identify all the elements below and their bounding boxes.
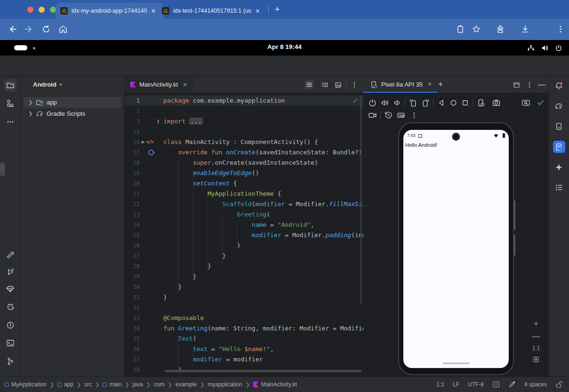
screen-search-icon[interactable] bbox=[521, 98, 530, 107]
run-gutter-icon[interactable]: ▶ bbox=[142, 137, 145, 147]
app-quality-insights-tool-button[interactable] bbox=[4, 283, 16, 295]
tree-item-gradle-scripts[interactable]: ❯ Gradle Scripts bbox=[24, 108, 121, 119]
volume-down-icon[interactable] bbox=[393, 98, 402, 107]
record-screen-icon[interactable] bbox=[368, 111, 377, 120]
emulator-phone-screen[interactable]: 7:43 Hello Android! bbox=[403, 130, 509, 368]
device-manager-tool-button[interactable] bbox=[553, 120, 565, 132]
gemini-tool-button[interactable] bbox=[553, 161, 565, 173]
inspection-ok-check-icon[interactable]: ✓ bbox=[353, 97, 358, 104]
volume-icon[interactable] bbox=[541, 44, 549, 52]
build-tool-button[interactable] bbox=[4, 249, 16, 261]
breadcrumb-item[interactable]: src bbox=[84, 381, 92, 388]
project-tool-button[interactable] bbox=[4, 79, 16, 91]
tab-close-icon[interactable]: ✕ bbox=[427, 81, 432, 88]
zoom-in-button[interactable]: + bbox=[531, 319, 541, 328]
snapshot-reset-icon[interactable] bbox=[384, 111, 393, 120]
breadcrumb[interactable]: MyApplication❯app❯src❯main❯java❯com❯exam… bbox=[5, 381, 297, 388]
breadcrumb-item[interactable]: app bbox=[57, 381, 73, 388]
macos-minimize-button[interactable] bbox=[39, 7, 45, 13]
more-tool-windows-button[interactable] bbox=[4, 116, 16, 128]
device-tab-pixel8a[interactable]: Pixel 8a API 35 ✕ bbox=[370, 76, 432, 92]
highlighting-level-icon[interactable] bbox=[508, 381, 516, 388]
project-view-selector[interactable]: Android ▼ bbox=[33, 81, 63, 88]
macos-close-button[interactable] bbox=[27, 7, 33, 13]
editor-area[interactable]: MainActivity.kt ✕ 1package com.example.m… bbox=[125, 76, 363, 376]
chevron-right-icon[interactable]: ❯ bbox=[27, 100, 34, 105]
devices-layout-button[interactable] bbox=[512, 80, 521, 89]
forward-icon[interactable] bbox=[24, 24, 34, 34]
power-icon[interactable] bbox=[555, 44, 562, 52]
desktop-clock[interactable]: Apr 8 19:44 bbox=[0, 43, 569, 50]
android-overview-icon[interactable] bbox=[461, 98, 470, 107]
emulator-more-kebab-icon[interactable] bbox=[409, 111, 419, 120]
tab-close-icon[interactable]: ✕ bbox=[255, 8, 260, 15]
download-icon[interactable] bbox=[521, 24, 530, 34]
structure-tool-button[interactable] bbox=[553, 181, 565, 193]
breadcrumb-item[interactable]: java bbox=[133, 381, 143, 388]
android-home-icon[interactable] bbox=[449, 98, 458, 107]
rotate-left-icon[interactable] bbox=[409, 98, 417, 107]
compose-preview-gutter-icon[interactable]: </> bbox=[146, 137, 153, 147]
line-separator[interactable]: LF bbox=[453, 381, 459, 388]
browser-tab-1[interactable]: noVNC idx-my-android-app-1744140 ✕ bbox=[56, 3, 164, 19]
back-icon[interactable] bbox=[8, 24, 17, 34]
reload-icon[interactable] bbox=[41, 24, 51, 34]
zoom-out-button[interactable]: — bbox=[531, 332, 541, 341]
hardware-input-icon[interactable] bbox=[397, 111, 406, 120]
editor-split-view-button[interactable] bbox=[320, 80, 329, 89]
resource-manager-tool-button[interactable] bbox=[4, 97, 16, 110]
android-back-icon[interactable] bbox=[437, 98, 446, 107]
version-control-tool-button[interactable] bbox=[4, 355, 16, 368]
screenshot-camera-icon[interactable] bbox=[492, 98, 501, 107]
devices-options-kebab-icon[interactable] bbox=[525, 80, 534, 89]
tree-item-app[interactable]: ❯ app bbox=[24, 97, 121, 108]
home-icon[interactable] bbox=[58, 24, 68, 34]
chevron-down-icon: ▼ bbox=[59, 82, 63, 87]
breadcrumb-item[interactable]: MainActivity.kt bbox=[253, 381, 297, 388]
logcat-tool-button[interactable] bbox=[4, 301, 16, 313]
chevron-right-icon[interactable]: ❯ bbox=[27, 111, 34, 116]
tab-close-icon[interactable]: ✕ bbox=[183, 81, 187, 88]
indent-setting[interactable]: 4 spaces bbox=[524, 381, 547, 388]
extensions-icon[interactable] bbox=[496, 24, 505, 34]
unlocked-icon[interactable] bbox=[555, 381, 562, 388]
add-device-tab-button[interactable]: + bbox=[436, 80, 445, 89]
clipboard-icon[interactable] bbox=[456, 24, 465, 34]
tab-close-icon[interactable]: ✕ bbox=[151, 8, 156, 15]
devices-minimize-button[interactable]: — bbox=[537, 80, 546, 89]
bookmark-star-icon[interactable] bbox=[472, 24, 481, 34]
terminal-tool-button[interactable] bbox=[4, 337, 16, 349]
breadcrumb-item[interactable]: example bbox=[176, 381, 197, 388]
editor-preview-button[interactable] bbox=[333, 80, 343, 89]
override-gutter-icon[interactable] bbox=[148, 150, 154, 155]
rotate-right-icon[interactable] bbox=[421, 98, 430, 107]
volume-up-icon[interactable] bbox=[381, 98, 390, 107]
caret-position[interactable]: 1:1 bbox=[436, 381, 444, 388]
inspection-widget-icon[interactable] bbox=[492, 381, 500, 388]
breadcrumb-item[interactable]: com bbox=[154, 381, 165, 388]
browser-menu-kebab-icon[interactable] bbox=[556, 24, 565, 34]
stripe-drag-handle[interactable] bbox=[0, 162, 5, 176]
editor-tab-mainactivity[interactable]: MainActivity.kt ✕ bbox=[125, 76, 193, 93]
browser-tab-2[interactable]: noVNC idx-test-1744140517915:1 (us ✕ bbox=[157, 3, 274, 19]
problems-tool-button[interactable] bbox=[4, 319, 16, 331]
network-icon[interactable] bbox=[527, 44, 535, 52]
new-tab-button[interactable]: + bbox=[272, 4, 282, 15]
editor-vertical-scrollbar[interactable] bbox=[360, 96, 362, 304]
ok-check-icon[interactable] bbox=[537, 99, 545, 107]
running-devices-tool-button[interactable] bbox=[553, 141, 565, 153]
breadcrumb-item[interactable]: myapplication bbox=[208, 381, 242, 388]
fold-arrow-icon[interactable]: ❯ bbox=[156, 116, 160, 127]
editor-options-kebab-icon[interactable] bbox=[350, 80, 359, 89]
notifications-button[interactable] bbox=[553, 80, 565, 92]
editor-view-list-button[interactable] bbox=[305, 80, 314, 89]
breadcrumb-item[interactable]: MyApplication bbox=[5, 381, 47, 388]
device-settings-icon[interactable] bbox=[476, 98, 485, 107]
editor-horizontal-scrollbar[interactable] bbox=[165, 370, 361, 372]
zoom-fit-button[interactable] bbox=[531, 356, 541, 363]
file-encoding[interactable]: UTF-8 bbox=[468, 381, 484, 388]
breadcrumb-item[interactable]: main bbox=[103, 381, 121, 388]
run-tool-button[interactable] bbox=[4, 266, 16, 278]
emulator-power-icon[interactable] bbox=[368, 98, 377, 107]
gradle-tool-button[interactable] bbox=[553, 100, 565, 112]
